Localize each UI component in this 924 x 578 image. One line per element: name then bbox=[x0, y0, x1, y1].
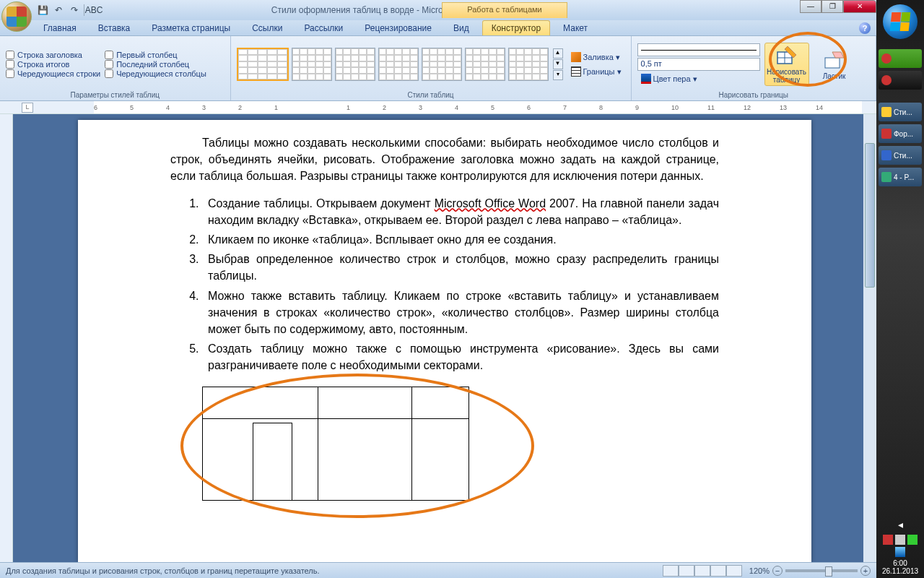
tray-icon[interactable] bbox=[883, 535, 893, 545]
quick-access-toolbar: 💾 ↶ ↷ ABC bbox=[36, 4, 100, 17]
close-button[interactable]: ✕ bbox=[843, 0, 876, 13]
styles-scroll-down[interactable]: ▼ bbox=[553, 59, 563, 69]
folder-icon bbox=[881, 107, 892, 117]
tab-home[interactable]: Главная bbox=[35, 21, 85, 35]
view-full-screen[interactable] bbox=[679, 565, 694, 577]
taskbar-item[interactable]: Фор... bbox=[879, 124, 922, 143]
vertical-ruler[interactable] bbox=[0, 114, 13, 562]
tab-references[interactable]: Ссылки bbox=[243, 21, 291, 35]
table-style-7[interactable] bbox=[508, 48, 549, 81]
zoom-control: 120% − + bbox=[749, 566, 871, 576]
tab-insert[interactable]: Вставка bbox=[90, 21, 139, 35]
app-icon bbox=[881, 172, 892, 182]
contextual-tab-title: Работа с таблицами bbox=[442, 2, 567, 18]
taskbar-item[interactable]: 4 - P... bbox=[879, 168, 922, 186]
tab-page-layout[interactable]: Разметка страницы bbox=[143, 21, 239, 35]
group-table-style-options: Строка заголовка Строка итогов Чередующи… bbox=[0, 36, 231, 100]
maximize-button[interactable]: ❐ bbox=[821, 0, 843, 13]
redo-icon[interactable]: ↷ bbox=[68, 4, 81, 17]
list-item: Выбрав определенное количество строк и с… bbox=[202, 251, 719, 284]
status-hint: Для создания таблицы и рисования строк, … bbox=[6, 566, 320, 575]
tab-design[interactable]: Конструктор bbox=[482, 20, 550, 35]
help-icon[interactable]: ? bbox=[859, 22, 871, 34]
list-item: Можно также вставить таблицу. Кликаем по… bbox=[202, 288, 719, 338]
group-draw-borders: 0,5 пт Цвет пера ▾ Нарисовать таблицу bbox=[632, 36, 876, 100]
tab-layout[interactable]: Макет bbox=[554, 21, 596, 35]
zoom-in-button[interactable]: + bbox=[860, 566, 871, 576]
taskbar-item[interactable]: Сти... bbox=[879, 146, 922, 165]
view-web[interactable] bbox=[694, 565, 710, 577]
app-icon bbox=[881, 75, 892, 85]
taskbar-item[interactable] bbox=[879, 49, 922, 68]
opt-banded-rows[interactable]: Чередующиеся строки bbox=[6, 69, 100, 78]
office-button[interactable] bbox=[1, 1, 32, 32]
status-bar: Для создания таблицы и рисования строк, … bbox=[0, 562, 876, 578]
tab-mailings[interactable]: Рассылки bbox=[295, 21, 352, 35]
eraser-button[interactable]: Ластик bbox=[812, 48, 857, 82]
opt-last-col[interactable]: Последний столбец bbox=[105, 60, 206, 69]
save-icon[interactable]: 💾 bbox=[36, 4, 49, 17]
table-style-4[interactable] bbox=[378, 48, 419, 81]
clock-date[interactable]: 26.11.2013 bbox=[882, 567, 918, 575]
borders-button[interactable]: Границы ▾ bbox=[567, 65, 625, 78]
clock-time[interactable]: 6:00 bbox=[893, 559, 907, 567]
draw-table-button[interactable]: Нарисовать таблицу bbox=[764, 43, 809, 86]
opt-header-row[interactable]: Строка заголовка bbox=[6, 51, 100, 59]
start-button[interactable] bbox=[883, 4, 918, 39]
horizontal-ruler[interactable]: L 6543211234567891011121314 bbox=[0, 101, 876, 114]
shading-button[interactable]: Заливка ▾ bbox=[567, 51, 625, 64]
tab-view[interactable]: Вид bbox=[445, 21, 478, 35]
word-window: 💾 ↶ ↷ ABC Стили оформления таблиц в ворд… bbox=[0, 0, 876, 578]
window-controls: — ❐ ✕ bbox=[800, 0, 876, 13]
pen-style-select[interactable] bbox=[637, 43, 760, 56]
numbered-list: Создание таблицы. Открываем документ Mic… bbox=[170, 195, 719, 374]
zoom-slider[interactable] bbox=[785, 569, 858, 572]
table-style-6[interactable] bbox=[465, 48, 505, 81]
document-area: Таблицы можно создавать несколькими спос… bbox=[0, 114, 876, 562]
styles-more[interactable]: ▾ bbox=[553, 70, 563, 80]
volume-icon[interactable] bbox=[895, 535, 905, 545]
group-table-styles: ▲ ▼ ▾ Заливка ▾ Границы ▾ Стили таблиц bbox=[231, 36, 632, 100]
pencil-table-icon bbox=[776, 45, 798, 66]
zoom-level[interactable]: 120% bbox=[749, 566, 770, 575]
view-print-layout[interactable] bbox=[663, 565, 679, 577]
app-icon bbox=[881, 129, 892, 139]
tray-expand-icon[interactable]: ◂ bbox=[898, 519, 903, 530]
tray-icon[interactable] bbox=[907, 535, 918, 545]
undo-icon[interactable]: ↶ bbox=[52, 4, 65, 17]
group-label: Стили таблиц bbox=[237, 90, 625, 99]
network-icon[interactable] bbox=[895, 547, 905, 557]
vertical-scrollbar[interactable] bbox=[863, 114, 876, 562]
spellcheck-icon[interactable]: ABC bbox=[87, 4, 100, 17]
view-outline[interactable] bbox=[710, 565, 726, 577]
minimize-button[interactable]: — bbox=[800, 0, 821, 13]
table-style-1[interactable] bbox=[237, 48, 289, 81]
title-bar: 💾 ↶ ↷ ABC Стили оформления таблиц в ворд… bbox=[0, 0, 876, 20]
opt-first-col[interactable]: Первый столбец bbox=[105, 51, 206, 59]
view-draft[interactable] bbox=[726, 565, 742, 577]
table-style-3[interactable] bbox=[335, 48, 375, 81]
tab-review[interactable]: Рецензирование bbox=[356, 21, 440, 35]
list-item: Создание таблицы. Открываем документ Mic… bbox=[202, 195, 719, 228]
pen-weight-select[interactable]: 0,5 пт bbox=[637, 58, 760, 71]
table-style-2[interactable] bbox=[292, 48, 332, 81]
group-label: Нарисовать границы bbox=[637, 90, 870, 99]
pen-color-button[interactable]: Цвет пера ▾ bbox=[637, 72, 760, 85]
list-item: Создать таблицу можно также с помощью ин… bbox=[202, 340, 719, 374]
drawn-table[interactable] bbox=[202, 387, 476, 502]
opt-banded-cols[interactable]: Чередующиеся столбцы bbox=[105, 69, 206, 78]
pen-color-icon bbox=[641, 74, 651, 84]
group-label: Параметры стилей таблиц bbox=[6, 90, 225, 99]
zoom-out-button[interactable]: − bbox=[772, 566, 783, 576]
page[interactable]: Таблицы можно создавать несколькими спос… bbox=[78, 120, 811, 562]
styles-scroll-up[interactable]: ▲ bbox=[553, 48, 563, 59]
taskbar-item[interactable]: Сти... bbox=[879, 103, 922, 121]
opt-total-row[interactable]: Строка итогов bbox=[6, 60, 100, 69]
table-style-5[interactable] bbox=[422, 48, 462, 81]
taskbar-item[interactable] bbox=[879, 71, 922, 90]
borders-icon bbox=[571, 66, 581, 77]
view-buttons bbox=[663, 565, 742, 577]
ribbon-tabs: Главная Вставка Разметка страницы Ссылки… bbox=[0, 20, 876, 36]
tab-selector[interactable]: L bbox=[22, 103, 33, 113]
scrollbar-thumb[interactable] bbox=[865, 143, 875, 288]
